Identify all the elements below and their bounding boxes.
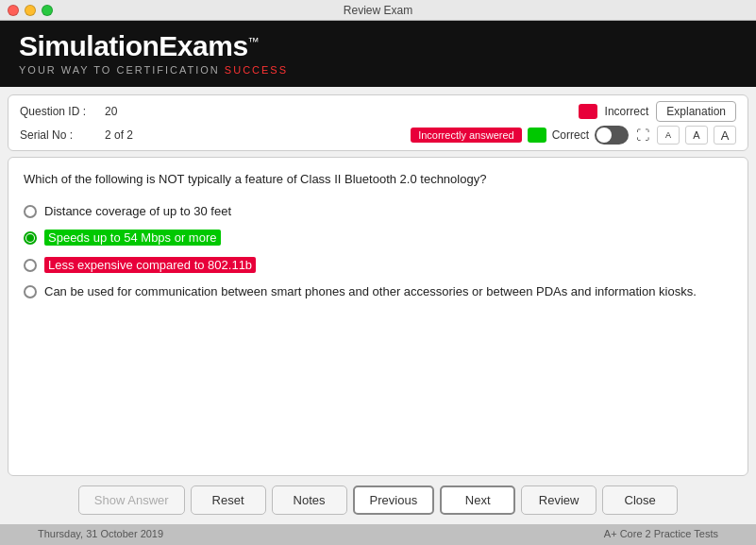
title-bar: Review Exam	[0, 0, 756, 21]
main-window: Question ID : 20 Incorrect Explanation S…	[0, 87, 756, 524]
info-bar: Question ID : 20 Incorrect Explanation S…	[8, 94, 748, 151]
bottom-buttons: Show Answer Reset Notes Previous Next Re…	[8, 482, 748, 517]
incorrect-badge: Incorrectly answered	[411, 128, 522, 143]
maximize-window-btn[interactable]	[42, 5, 53, 16]
options-list: Distance coverage of up to 30 feet Speed…	[24, 203, 732, 300]
option-item-2[interactable]: Speeds up to 54 Mbps or more	[24, 230, 732, 247]
reset-button[interactable]: Reset	[191, 485, 266, 515]
window-title: Review Exam	[344, 4, 412, 17]
option-radio-3[interactable]	[24, 259, 37, 272]
incorrect-label: Incorrect	[605, 105, 649, 118]
option-radio-4[interactable]	[24, 285, 37, 298]
notes-button[interactable]: Notes	[272, 485, 347, 515]
option-item-1[interactable]: Distance coverage of up to 30 feet	[24, 203, 732, 220]
serial-no-value: 2 of 2	[105, 128, 401, 142]
serial-no-label: Serial No :	[20, 128, 95, 142]
option-radio-2[interactable]	[24, 231, 37, 245]
close-window-btn[interactable]	[8, 5, 19, 16]
option-text-2: Speeds up to 54 Mbps or more	[44, 230, 221, 247]
brand-header: SimulationExams™ YOUR WAY TO CERTIFICATI…	[0, 21, 756, 87]
expand-icon[interactable]: ⛶	[634, 126, 651, 145]
brand-tagline: YOUR WAY TO CERTIFICATION SUCCESS	[19, 64, 737, 76]
option-text-4: Can be used for communication between sm…	[44, 283, 697, 300]
option-text-1: Distance coverage of up to 30 feet	[44, 203, 231, 220]
show-answer-button[interactable]: Show Answer	[78, 485, 185, 515]
option-radio-1[interactable]	[24, 205, 37, 218]
footer: Thursday, 31 October 2019 A+ Core 2 Prac…	[0, 524, 756, 545]
question-id-value: 20	[105, 105, 569, 118]
window-controls	[8, 5, 53, 16]
font-large-btn[interactable]: A	[714, 126, 736, 145]
question-id-label: Question ID :	[20, 105, 95, 118]
incorrect-dot	[579, 104, 597, 119]
next-button[interactable]: Next	[440, 485, 515, 515]
info-row-question-id: Question ID : 20 Incorrect Explanation	[20, 101, 736, 122]
close-button[interactable]: Close	[602, 485, 678, 515]
question-text: Which of the following is NOT typically …	[24, 171, 732, 188]
option-text-3-highlighted: Less expensive compared to 802.11b	[44, 257, 256, 273]
info-row-serial: Serial No : 2 of 2 Incorrectly answered …	[20, 126, 736, 145]
correct-dot	[528, 128, 546, 143]
option-text-2-highlighted: Speeds up to 54 Mbps or more	[44, 230, 221, 246]
status-indicators: Incorrect Explanation	[579, 101, 736, 122]
minimize-window-btn[interactable]	[25, 5, 36, 16]
footer-date: Thursday, 31 October 2019	[38, 528, 163, 539]
toggle-switch[interactable]	[595, 126, 629, 145]
brand-name: SimulationExams™	[19, 30, 737, 62]
option-item-3[interactable]: Less expensive compared to 802.11b	[24, 257, 732, 274]
correct-label: Correct	[552, 128, 589, 142]
previous-button[interactable]: Previous	[353, 485, 435, 515]
question-area: Which of the following is NOT typically …	[8, 157, 748, 476]
font-medium-btn[interactable]: A	[685, 126, 708, 145]
review-button[interactable]: Review	[521, 485, 596, 515]
option-text-3: Less expensive compared to 802.11b	[44, 257, 256, 274]
row-right-controls: Incorrectly answered Correct ⛶ A A A	[411, 126, 736, 145]
option-item-4[interactable]: Can be used for communication between sm…	[24, 283, 732, 300]
font-small-btn[interactable]: A	[657, 126, 680, 145]
footer-product: A+ Core 2 Practice Tests	[604, 528, 718, 539]
explanation-button[interactable]: Explanation	[656, 101, 736, 122]
